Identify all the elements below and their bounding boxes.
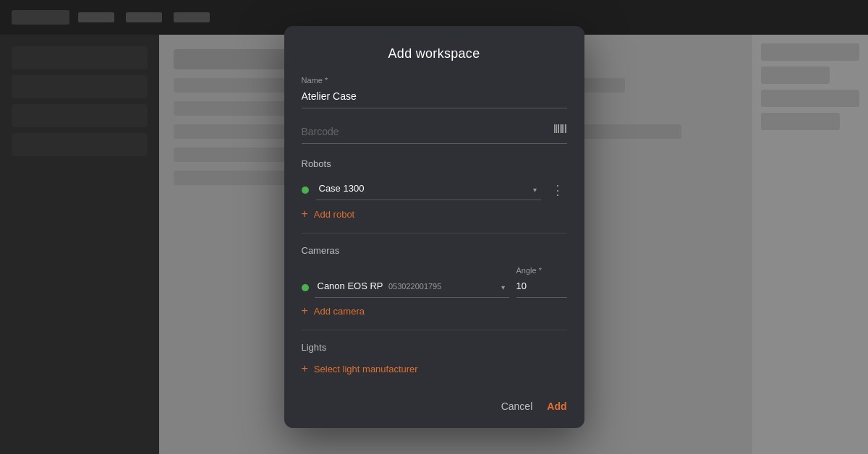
cameras-section-title: Cameras xyxy=(302,245,567,256)
select-light-label: Select light manufacturer xyxy=(314,364,418,374)
add-camera-row[interactable]: + Add camera xyxy=(302,305,567,317)
angle-field-wrapper: Angle * xyxy=(516,266,567,298)
angle-input[interactable] xyxy=(516,278,567,298)
add-button[interactable]: Add xyxy=(547,401,566,412)
modal-title: Add workspace xyxy=(302,46,567,61)
lights-section: Lights + Select light manufacturer xyxy=(302,342,567,374)
robot-row: Case 1300 ▾ ⋮ xyxy=(302,179,567,201)
add-camera-label: Add camera xyxy=(314,306,365,317)
svg-rect-4 xyxy=(561,124,563,133)
camera-name: Canon EOS RP 053022001795 xyxy=(315,278,509,297)
modal-footer: Cancel Add xyxy=(284,387,584,428)
robots-section-title: Robots xyxy=(302,158,567,169)
robot-status-dot xyxy=(302,187,309,194)
lights-section-title: Lights xyxy=(302,342,567,353)
robots-section: Robots Case 1300 ▾ ⋮ + Add robot xyxy=(302,158,567,220)
name-field-wrapper: Name * xyxy=(302,76,567,108)
cameras-section: Cameras Canon EOS RP 053022001795 ▾ xyxy=(302,245,567,317)
robot-name: Case 1300 xyxy=(316,180,541,200)
add-robot-row[interactable]: + Add robot xyxy=(302,208,567,220)
modal-header: Add workspace xyxy=(284,26,584,76)
angle-label: Angle * xyxy=(516,266,567,275)
select-light-row[interactable]: + Select light manufacturer xyxy=(302,363,567,374)
camera-model: Canon EOS RP xyxy=(318,280,383,291)
svg-rect-0 xyxy=(554,124,556,133)
add-robot-icon: + xyxy=(302,208,308,220)
add-workspace-modal: Add workspace Name * xyxy=(284,26,584,428)
camera-row: Canon EOS RP 053022001795 ▾ Angle * xyxy=(302,266,567,298)
camera-serial: 053022001795 xyxy=(388,282,441,291)
section-divider xyxy=(302,330,567,330)
section-divider xyxy=(302,233,567,234)
camera-dropdown-wrapper[interactable]: Canon EOS RP 053022001795 ▾ xyxy=(315,278,509,298)
svg-rect-5 xyxy=(563,124,564,133)
svg-rect-2 xyxy=(558,124,559,133)
add-light-icon: + xyxy=(302,363,308,374)
svg-rect-3 xyxy=(560,124,561,133)
modal-body: Name * xyxy=(284,76,584,374)
camera-main: Canon EOS RP 053022001795 ▾ xyxy=(302,278,509,298)
modal-overlay: Add workspace Name * xyxy=(0,0,868,454)
robot-dropdown-wrapper[interactable]: Case 1300 ▾ xyxy=(316,180,541,200)
barcode-field-wrapper xyxy=(302,123,567,144)
svg-rect-6 xyxy=(565,124,566,133)
camera-status-dot xyxy=(302,284,309,291)
more-options-icon[interactable]: ⋮ xyxy=(548,179,567,201)
svg-rect-1 xyxy=(556,124,557,133)
barcode-input[interactable] xyxy=(302,123,554,143)
name-input[interactable] xyxy=(302,87,567,108)
barcode-icon[interactable] xyxy=(554,123,567,143)
name-label: Name * xyxy=(302,76,567,85)
add-robot-label: Add robot xyxy=(314,209,354,220)
cancel-button[interactable]: Cancel xyxy=(501,401,533,412)
add-camera-icon: + xyxy=(302,305,308,317)
